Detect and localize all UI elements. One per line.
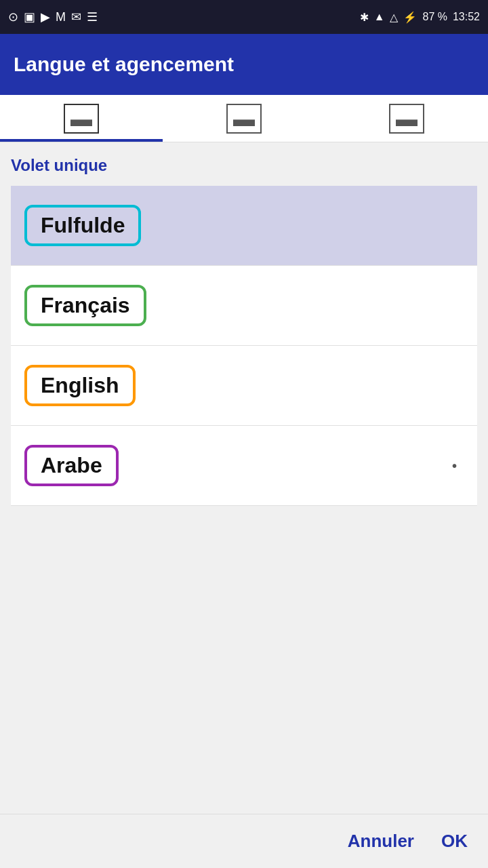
time-display: 13:52 xyxy=(453,11,480,23)
bottom-bar: Annuler OK xyxy=(0,814,488,868)
status-bar: ⊙ ▣ ▶ M ✉ ☰ ✱ ▲ △ ⚡ 87 % 13:52 xyxy=(0,0,488,34)
language-item-arabe[interactable]: Arabe • xyxy=(11,426,477,506)
section-title: Volet unique xyxy=(11,156,477,175)
signal-icon: △ xyxy=(390,11,398,24)
app-icon-3: ▶ xyxy=(41,9,50,24)
language-list: Fulfulde Français English Arabe • xyxy=(11,186,477,506)
page-title: Langue et agencement xyxy=(14,53,234,76)
tab-icon-3: ▬ xyxy=(389,104,424,134)
tab-layout[interactable]: ▬ xyxy=(325,95,488,142)
tab-icon-2: ▬ xyxy=(226,104,262,134)
language-label-english: English xyxy=(24,365,136,406)
language-label-francais: Français xyxy=(24,285,146,326)
charge-icon: ⚡ xyxy=(403,11,417,24)
wifi-icon: ▲ xyxy=(374,11,385,23)
app-icon-1: ⊙ xyxy=(8,9,18,24)
battery-level: 87 % xyxy=(422,11,447,23)
app-icon-2: ▣ xyxy=(24,9,35,24)
status-left-icons: ⊙ ▣ ▶ M ✉ ☰ xyxy=(8,9,98,24)
cancel-button[interactable]: Annuler xyxy=(348,831,414,852)
tab-split-pane[interactable]: ▬ xyxy=(163,95,325,142)
tab-single-pane[interactable]: ▬ xyxy=(0,95,163,142)
tab-icon-1: ▬ xyxy=(64,104,99,134)
language-label-fulfulde: Fulfulde xyxy=(24,205,141,246)
bluetooth-icon: ✱ xyxy=(360,11,369,24)
content-area: Volet unique Fulfulde Français English A… xyxy=(0,142,488,814)
arabe-dot: • xyxy=(452,458,457,473)
language-item-english[interactable]: English xyxy=(11,346,477,426)
status-right-icons: ✱ ▲ △ ⚡ 87 % 13:52 xyxy=(360,11,480,24)
app-bar: Langue et agencement xyxy=(0,34,488,95)
app-icon-4: M xyxy=(56,10,66,24)
tab-bar: ▬ ▬ ▬ xyxy=(0,95,488,142)
app-icon-6: ☰ xyxy=(87,9,98,24)
ok-button[interactable]: OK xyxy=(441,831,468,852)
language-item-fulfulde[interactable]: Fulfulde xyxy=(11,186,477,266)
app-icon-5: ✉ xyxy=(71,9,81,24)
language-item-francais[interactable]: Français xyxy=(11,266,477,346)
language-label-arabe: Arabe xyxy=(24,445,119,486)
